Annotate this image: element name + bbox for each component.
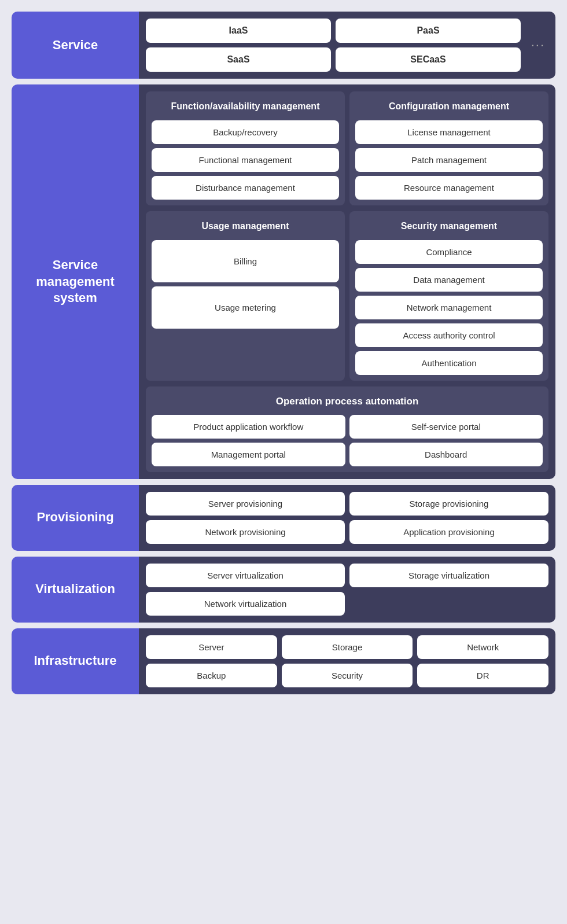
operation-title: Operation process automation <box>152 392 543 411</box>
saas-box: SaaS <box>146 47 331 72</box>
authentication-box: Authentication <box>355 351 543 375</box>
paas-box: PaaS <box>336 19 521 43</box>
disturbance-box: Disturbance management <box>152 176 339 200</box>
security-infra-box: Security <box>282 664 413 687</box>
backup-infra-box: Backup <box>146 664 277 687</box>
provisioning-grid: Server provisioning Storage provisioning… <box>146 492 548 544</box>
function-panel: Function/availability management Backup/… <box>146 91 345 205</box>
provisioning-content: Server provisioning Storage provisioning… <box>139 485 555 551</box>
iaas-box: IaaS <box>146 19 331 43</box>
compliance-box: Compliance <box>355 240 543 264</box>
patch-box: Patch management <box>355 148 543 172</box>
virtualization-content: Server virtualization Storage virtualiza… <box>139 557 555 623</box>
billing-box: Billing <box>152 240 339 282</box>
access-authority-box: Access authority control <box>355 323 543 347</box>
virtualization-grid-row2: Network virtualization <box>146 592 548 616</box>
secaas-box: SECaaS <box>336 47 521 72</box>
app-prov-box: Application provisioning <box>349 520 548 544</box>
function-title: Function/availability management <box>152 97 339 116</box>
configuration-title: Configuration management <box>355 97 543 116</box>
infrastructure-content: Server Storage Network Backup Security D… <box>139 628 555 694</box>
server-infra-box: Server <box>146 635 277 659</box>
license-box: License management <box>355 120 543 144</box>
management-label: Service management system <box>12 84 139 479</box>
operation-panel: Operation process automation Product app… <box>146 386 548 472</box>
virtualization-label-text: Virtualization <box>35 581 115 598</box>
virtualization-grid-row1: Server virtualization Storage virtualiza… <box>146 564 548 587</box>
storage-prov-box: Storage provisioning <box>349 492 548 516</box>
server-prov-box: Server provisioning <box>146 492 345 516</box>
network-mgmt-box: Network management <box>355 296 543 319</box>
functional-box: Functional management <box>152 148 339 172</box>
dashboard-box: Dashboard <box>349 443 543 466</box>
dots-icon: ··· <box>531 38 545 53</box>
dr-infra-box: DR <box>417 664 548 687</box>
usage-metering-box: Usage metering <box>152 286 339 329</box>
security-mgmt-panel: Security management Compliance Data mana… <box>349 211 548 381</box>
provisioning-label: Provisioning <box>12 485 139 551</box>
service-label: Service <box>12 12 139 79</box>
security-mgmt-title: Security management <box>355 217 543 236</box>
usage-title: Usage management <box>152 217 339 236</box>
usage-panel: Usage management Billing Usage metering <box>146 211 345 381</box>
management-row: Service management system Function/avail… <box>12 84 555 479</box>
data-mgmt-box: Data management <box>355 268 543 292</box>
infrastructure-label: Infrastructure <box>12 628 139 694</box>
storage-infra-box: Storage <box>282 635 413 659</box>
infrastructure-grid-row1: Server Storage Network <box>146 635 548 659</box>
mgmt-portal-box: Management portal <box>152 443 345 466</box>
main-container: Service IaaS PaaS SaaS SECaaS ··· Servic… <box>12 12 555 694</box>
configuration-panel: Configuration management License managem… <box>349 91 548 205</box>
service-label-text: Service <box>53 37 98 54</box>
server-virt-box: Server virtualization <box>146 564 345 587</box>
resource-box: Resource management <box>355 176 543 200</box>
management-content: Function/availability management Backup/… <box>139 84 555 479</box>
management-label-text: Service management system <box>20 257 130 307</box>
virtualization-label: Virtualization <box>12 557 139 623</box>
service-row: Service IaaS PaaS SaaS SECaaS ··· <box>12 12 555 79</box>
service-grid: IaaS PaaS SaaS SECaaS <box>146 19 521 72</box>
top-panels: Function/availability management Backup/… <box>146 91 548 205</box>
network-infra-box: Network <box>417 635 548 659</box>
infrastructure-label-text: Infrastructure <box>34 653 116 669</box>
storage-virt-box: Storage virtualization <box>349 564 548 587</box>
network-virt-box: Network virtualization <box>146 592 345 616</box>
infrastructure-grid-row2: Backup Security DR <box>146 664 548 687</box>
virtualization-row: Virtualization Server virtualization Sto… <box>12 557 555 623</box>
self-service-box: Self-service portal <box>349 415 543 439</box>
mid-panels: Usage management Billing Usage metering … <box>146 211 548 381</box>
network-prov-box: Network provisioning <box>146 520 345 544</box>
operation-grid: Product application workflow Self-servic… <box>152 415 543 466</box>
service-content: IaaS PaaS SaaS SECaaS ··· <box>139 12 555 79</box>
infrastructure-row: Infrastructure Server Storage Network Ba… <box>12 628 555 694</box>
product-workflow-box: Product application workflow <box>152 415 345 439</box>
provisioning-row: Provisioning Server provisioning Storage… <box>12 485 555 551</box>
provisioning-label-text: Provisioning <box>36 509 113 526</box>
backup-box: Backup/recovery <box>152 120 339 144</box>
